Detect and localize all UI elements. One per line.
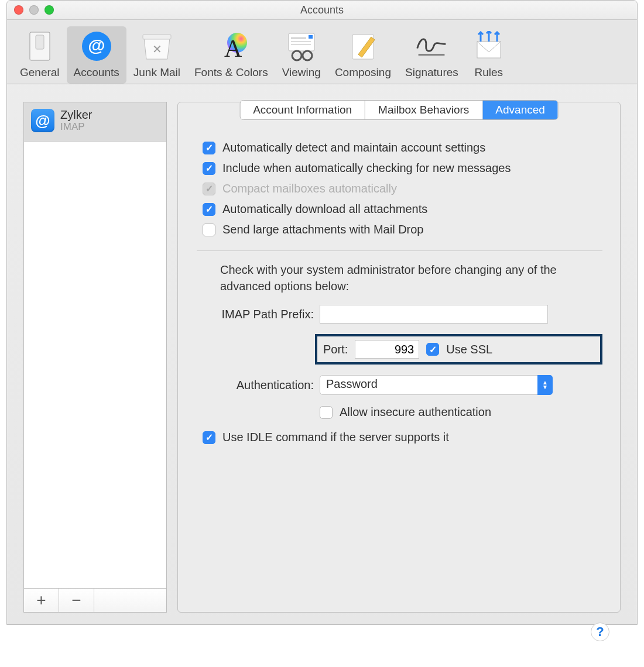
accounts-sidebar: @ Zylker IMAP + − <box>23 102 167 613</box>
tab-advanced[interactable]: Advanced <box>482 101 558 119</box>
mail-drop-checkbox[interactable] <box>203 224 215 236</box>
toolbar-label: Signatures <box>405 66 458 79</box>
svg-text:@: @ <box>88 36 105 55</box>
toolbar-rules[interactable]: Rules <box>465 26 512 84</box>
toolbar-label: Accounts <box>74 66 119 79</box>
close-window-button[interactable] <box>14 5 23 15</box>
junk-mail-icon: ✕ <box>141 30 173 63</box>
mail-drop-label: Send large attachments with Mail Drop <box>222 223 424 236</box>
advanced-pane: Automatically detect and maintain accoun… <box>178 102 620 459</box>
minimize-window-button[interactable] <box>29 5 39 15</box>
toolbar-signatures[interactable]: Signatures <box>398 26 465 84</box>
account-name: Zylker <box>60 108 92 121</box>
auto-detect-checkbox[interactable] <box>203 142 215 154</box>
body: @ Zylker IMAP + − Account Information Ma… <box>7 84 637 624</box>
use-ssl-label: Use SSL <box>446 343 492 356</box>
toolbar-label: General <box>20 66 60 79</box>
svg-rect-18 <box>477 42 501 58</box>
tab-mailbox-behaviors[interactable]: Mailbox Behaviors <box>365 101 482 119</box>
chevron-up-down-icon: ▲▼ <box>537 375 553 395</box>
svg-point-14 <box>303 51 312 60</box>
allow-insecure-label: Allow insecure authentication <box>340 405 491 419</box>
port-highlight: Port: Use SSL <box>315 334 602 365</box>
footer-spacer <box>94 589 166 612</box>
toolbar-viewing[interactable]: Viewing <box>275 26 328 84</box>
separator <box>197 250 602 251</box>
window-title: Accounts <box>300 4 344 16</box>
imap-prefix-input[interactable] <box>320 305 548 324</box>
question-icon: ? <box>596 624 604 640</box>
use-ssl-checkbox[interactable] <box>426 343 439 356</box>
advanced-note: Check with your system administrator bef… <box>220 262 597 294</box>
toolbar-label: Composing <box>335 66 391 79</box>
svg-rect-1 <box>36 35 44 49</box>
account-subtitle: IMAP <box>60 121 92 133</box>
accounts-list[interactable]: @ Zylker IMAP <box>23 102 167 588</box>
tab-account-information[interactable]: Account Information <box>240 101 365 119</box>
rules-icon <box>472 30 505 63</box>
sidebar-footer: + − <box>23 588 167 613</box>
svg-point-13 <box>292 51 302 60</box>
add-account-button[interactable]: + <box>24 589 59 612</box>
composing-icon <box>347 30 379 63</box>
svg-rect-9 <box>309 35 313 39</box>
toolbar-general[interactable]: General <box>13 26 67 84</box>
authentication-select[interactable]: Password ▲▼ <box>320 375 553 395</box>
compact-checkbox <box>203 183 215 195</box>
window-controls <box>14 5 54 15</box>
auto-detect-label: Automatically detect and maintain accoun… <box>222 141 485 154</box>
toolbar-label: Junk Mail <box>133 66 180 79</box>
account-row[interactable]: @ Zylker IMAP <box>24 102 166 142</box>
port-input[interactable] <box>355 340 419 359</box>
toolbar-junk-mail[interactable]: ✕ Junk Mail <box>126 26 187 84</box>
imap-prefix-label: IMAP Path Prefix: <box>203 308 320 321</box>
at-icon: @ <box>31 109 54 132</box>
port-label: Port: <box>323 343 348 356</box>
account-tabs: Account Information Mailbox Behaviors Ad… <box>239 100 559 120</box>
toolbar-label: Viewing <box>282 66 321 79</box>
viewing-icon <box>285 30 318 63</box>
include-check-checkbox[interactable] <box>203 162 215 175</box>
titlebar: Accounts <box>7 1 637 20</box>
svg-text:A: A <box>224 35 242 61</box>
preferences-window: Accounts General @ Accounts ✕ Junk Mail <box>6 0 638 625</box>
accounts-icon: @ <box>80 30 113 63</box>
settings-panel: Account Information Mailbox Behaviors Ad… <box>177 102 621 613</box>
toolbar-label: Rules <box>475 66 503 79</box>
authentication-label: Authentication: <box>203 379 320 392</box>
download-attachments-checkbox[interactable] <box>203 203 215 216</box>
fonts-colors-icon: A <box>215 30 248 63</box>
general-icon <box>23 30 56 63</box>
include-check-label: Include when automatically checking for … <box>222 161 511 175</box>
help-button[interactable]: ? <box>591 623 609 641</box>
allow-insecure-checkbox[interactable] <box>320 406 333 419</box>
preferences-toolbar: General @ Accounts ✕ Junk Mail <box>7 20 637 84</box>
toolbar-composing[interactable]: Composing <box>328 26 398 84</box>
remove-account-button[interactable]: − <box>59 589 94 612</box>
svg-text:✕: ✕ <box>152 43 162 56</box>
toolbar-label: Fonts & Colors <box>194 66 268 79</box>
compact-label: Compact mailboxes automatically <box>222 182 397 195</box>
zoom-window-button[interactable] <box>44 5 54 15</box>
toolbar-fonts-colors[interactable]: A Fonts & Colors <box>187 26 275 84</box>
signatures-icon <box>415 30 448 63</box>
authentication-value: Password <box>320 375 553 395</box>
svg-rect-4 <box>143 35 171 39</box>
download-attachments-label: Automatically download all attachments <box>222 202 427 216</box>
use-idle-checkbox[interactable] <box>203 431 215 444</box>
toolbar-accounts[interactable]: @ Accounts <box>67 26 126 84</box>
use-idle-label: Use IDLE command if the server supports … <box>222 431 449 444</box>
